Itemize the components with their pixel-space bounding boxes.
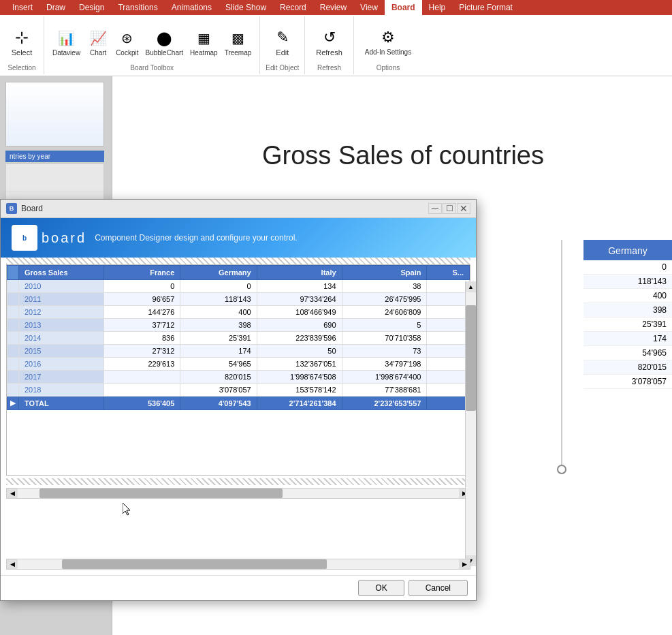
bubblechart-button[interactable]: ⬤ BubbleChart xyxy=(143,26,187,58)
tab-view[interactable]: View xyxy=(353,0,385,15)
row-s-1 xyxy=(427,293,470,306)
germany-row-1: 118'143 xyxy=(583,275,672,289)
row-expand-5[interactable] xyxy=(7,345,19,358)
bottom-scroll-left[interactable]: ◀ xyxy=(7,559,18,569)
board-logo-container: b board xyxy=(12,225,86,251)
data-table: Gross Sales France Germany Italy Spain S… xyxy=(7,265,470,410)
germany-header: Germany xyxy=(583,240,672,262)
col-header-gross-sales[interactable]: Gross Sales xyxy=(19,266,104,280)
scroll-thumb[interactable] xyxy=(39,489,282,498)
row-expand-3[interactable] xyxy=(7,319,19,332)
select-icon: ⊹ xyxy=(11,27,33,48)
row-expand-4[interactable] xyxy=(7,332,19,345)
tab-animations[interactable]: Animations xyxy=(165,0,219,15)
edit-button[interactable]: ✎ Edit xyxy=(266,25,299,58)
row-spain-1: 26'475'995 xyxy=(342,293,427,306)
addin-settings-button[interactable]: ⚙ Add-In Settings xyxy=(359,25,417,58)
tab-transitions[interactable]: Transitions xyxy=(111,0,164,15)
row-spain-2: 24'606'809 xyxy=(342,306,427,319)
tab-draw[interactable]: Draw xyxy=(39,0,72,15)
total-france: 536'405 xyxy=(103,397,180,410)
row-italy-6: 132'367'051 xyxy=(257,358,342,371)
col-header-france[interactable]: France xyxy=(103,266,180,280)
row-spain-0: 38 xyxy=(342,280,427,293)
dialog-title-left: B Board xyxy=(6,203,43,214)
vscroll-track xyxy=(466,292,476,555)
row-spain-5: 73 xyxy=(342,345,427,358)
cancel-button[interactable]: Cancel xyxy=(409,580,468,596)
vertical-scrollbar[interactable]: ▲ ▼ xyxy=(465,281,476,566)
treemap-button[interactable]: ▩ Treemap xyxy=(222,26,255,58)
tab-picture-format[interactable]: Picture Format xyxy=(452,0,519,15)
tab-design[interactable]: Design xyxy=(72,0,111,15)
table-scroll-area[interactable]: Gross Sales France Germany Italy Spain S… xyxy=(7,265,470,475)
maximize-button[interactable]: ☐ xyxy=(443,203,456,214)
ribbon: Insert Draw Design Transitions Animation… xyxy=(0,0,672,76)
tab-record[interactable]: Record xyxy=(273,0,313,15)
heatmap-button[interactable]: ▦ Heatmap xyxy=(187,26,221,58)
minimize-button[interactable]: ─ xyxy=(428,203,442,214)
bottom-scroll-right[interactable]: ▶ xyxy=(459,559,470,569)
germany-row-5: 174 xyxy=(583,332,672,346)
row-expand-2[interactable] xyxy=(7,306,19,319)
row-france-2: 144'276 xyxy=(103,306,180,319)
col-header-spain[interactable]: Spain xyxy=(342,266,427,280)
row-germany-1: 118'143 xyxy=(180,293,257,306)
heatmap-icon: ▦ xyxy=(193,27,214,49)
bubblechart-label: BubbleChart xyxy=(146,49,184,57)
scroll-circle xyxy=(557,465,566,474)
cockpit-button[interactable]: ⊛ Cockpit xyxy=(113,26,141,58)
scroll-left-btn[interactable]: ◀ xyxy=(7,489,18,498)
row-italy-5: 50 xyxy=(257,345,342,358)
select-button[interactable]: ⊹ Select xyxy=(5,24,38,59)
col-header-italy[interactable]: Italy xyxy=(257,266,342,280)
col-header-germany[interactable]: Germany xyxy=(180,266,257,280)
ribbon-group-options: ⚙ Add-In Settings Options xyxy=(354,16,422,74)
slide-thumbnail-1[interactable] xyxy=(5,82,104,146)
row-spain-3: 5 xyxy=(342,319,427,332)
stripe-divider-top xyxy=(6,258,470,264)
row-germany-2: 400 xyxy=(180,306,257,319)
vscroll-thumb[interactable] xyxy=(466,305,476,410)
edit-buttons: ✎ Edit xyxy=(266,19,299,64)
scroll-up-btn[interactable]: ▲ xyxy=(466,281,476,292)
total-spain: 2'232'653'557 xyxy=(342,397,427,410)
tab-help[interactable]: Help xyxy=(422,0,453,15)
options-buttons: ⚙ Add-In Settings xyxy=(359,19,417,64)
row-germany-8: 3'078'057 xyxy=(180,384,257,397)
close-button[interactable]: ✕ xyxy=(457,203,470,214)
total-label: TOTAL xyxy=(19,397,104,410)
scroll-line xyxy=(561,240,562,465)
dataview-button[interactable]: 📊 Dataview xyxy=(50,26,83,58)
row-expand-7[interactable] xyxy=(7,371,19,384)
total-expand[interactable]: ▶ xyxy=(7,397,19,410)
board-dialog: B Board ─ ☐ ✕ b board Component Designer… xyxy=(0,199,477,601)
bottom-scrollbar[interactable]: ◀ ▶ xyxy=(6,559,470,570)
row-expand-6[interactable] xyxy=(7,358,19,371)
dialog-header: b board Component Designer design and co… xyxy=(1,218,476,258)
ok-button[interactable]: OK xyxy=(358,580,404,596)
germany-row-7: 820'015 xyxy=(583,360,672,375)
chart-button[interactable]: 📈 Chart xyxy=(84,26,112,58)
row-spain-6: 34'797'198 xyxy=(342,358,427,371)
table-container[interactable]: Gross Sales France Germany Italy Spain S… xyxy=(6,264,470,476)
refresh-button[interactable]: ↺ Refresh xyxy=(310,25,348,58)
horizontal-scrollbar[interactable]: ◀ ▶ xyxy=(6,488,470,499)
tab-insert[interactable]: Insert xyxy=(5,0,39,15)
addin-settings-label: Add-In Settings xyxy=(365,48,411,57)
tab-slideshow[interactable]: Slide Show xyxy=(219,0,273,15)
row-expand-8[interactable] xyxy=(7,384,19,397)
tab-board[interactable]: Board xyxy=(385,0,422,15)
dialog-app-icon: B xyxy=(6,203,17,214)
row-expand-1[interactable] xyxy=(7,293,19,306)
tab-review[interactable]: Review xyxy=(313,0,353,15)
row-expand-0[interactable] xyxy=(7,280,19,293)
treemap-icon: ▩ xyxy=(227,27,249,49)
col-header-s[interactable]: S... xyxy=(427,266,470,280)
germany-row-8: 3'078'057 xyxy=(583,375,672,389)
germany-row-3: 398 xyxy=(583,303,672,318)
row-spain-8: 77'388'681 xyxy=(342,384,427,397)
bottom-scroll-thumb[interactable] xyxy=(62,559,327,569)
row-year-5: 2015 xyxy=(19,345,104,358)
row-france-4: 836 xyxy=(103,332,180,345)
